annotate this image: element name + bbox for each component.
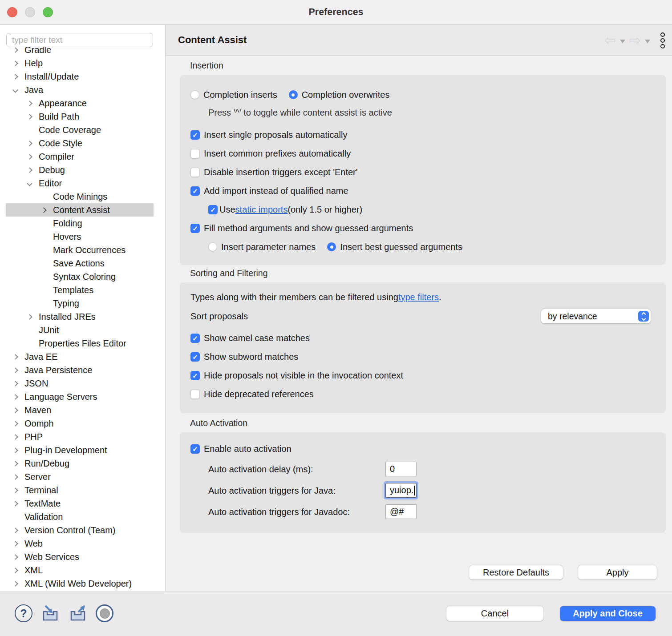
radio-insert-best-guessed-arguments[interactable]	[327, 242, 336, 251]
chevron-right-icon[interactable]	[11, 502, 20, 506]
radio-completion-inserts[interactable]	[190, 90, 199, 99]
tree-item-debug[interactable]: Debug	[6, 163, 154, 177]
tree-item-json[interactable]: JSON	[6, 377, 154, 390]
chevron-right-icon[interactable]	[11, 488, 20, 492]
checkbox-insert-single-proposals-automatically[interactable]	[190, 130, 200, 140]
chevron-right-icon[interactable]	[25, 168, 34, 172]
tree-item-save-actions[interactable]: Save Actions	[6, 257, 154, 270]
checkbox-add-import-instead-of-qualified-name[interactable]	[190, 186, 200, 196]
back-history-menu-icon[interactable]	[620, 40, 625, 43]
tree-item-content-assist[interactable]: Content Assist	[6, 203, 154, 217]
chevron-right-icon[interactable]	[11, 355, 20, 359]
checkbox-hide-proposals-not-visible-in-the-invocation-context[interactable]	[190, 371, 200, 380]
checkbox-disable-insertion-triggers-except-enter[interactable]	[190, 168, 200, 177]
tree-item-code-coverage[interactable]: Code Coverage	[6, 123, 154, 137]
tree-item-validation[interactable]: Validation	[6, 510, 154, 523]
tree-item-folding[interactable]: Folding	[6, 217, 154, 230]
tree-item-typing[interactable]: Typing	[6, 297, 154, 310]
apply-and-close-button[interactable]: Apply and Close	[560, 606, 656, 621]
chevron-right-icon[interactable]	[11, 48, 20, 52]
apply-button[interactable]: Apply	[578, 565, 657, 580]
chevron-right-icon[interactable]	[11, 422, 20, 426]
tree-item-build-path[interactable]: Build Path	[6, 110, 154, 123]
checkbox-show-subword-matches[interactable]	[190, 352, 200, 362]
tree-item-server[interactable]: Server	[6, 470, 154, 483]
tree-item-web[interactable]: Web	[6, 537, 154, 550]
help-icon[interactable]: ?	[15, 604, 32, 622]
chevron-right-icon[interactable]	[11, 475, 20, 479]
chevron-down-icon[interactable]	[11, 88, 20, 92]
close-button[interactable]	[7, 7, 17, 17]
radio-option-insert-parameter-names[interactable]: Insert parameter names	[208, 242, 316, 252]
tree-item-appearance[interactable]: Appearance	[6, 97, 154, 110]
tree-item-xml-wild-web-developer[interactable]: XML (Wild Web Developer)	[6, 577, 154, 590]
input-auto-activation-delay-ms[interactable]: 0	[385, 462, 417, 476]
tree-item-version-control-team[interactable]: Version Control (Team)	[6, 523, 154, 537]
zoom-button[interactable]	[43, 7, 53, 17]
input-auto-activation-triggers-for-java[interactable]: yuiop.	[385, 483, 417, 498]
tree-item-plug-in-development[interactable]: Plug-in Development	[6, 443, 154, 457]
tree-item-compiler[interactable]: Compiler	[6, 150, 154, 163]
chevron-right-icon[interactable]	[11, 75, 20, 79]
tree-item-maven[interactable]: Maven	[6, 403, 154, 417]
chevron-right-icon[interactable]	[11, 542, 20, 546]
checkbox-hide-deprecated-references[interactable]	[190, 390, 200, 399]
chevron-right-icon[interactable]	[11, 568, 20, 572]
restore-defaults-button[interactable]: Restore Defaults	[469, 565, 563, 580]
import-preferences-icon[interactable]	[40, 604, 60, 623]
forward-history-menu-icon[interactable]	[645, 40, 650, 43]
chevron-right-icon[interactable]	[11, 448, 20, 452]
tree-item-php[interactable]: PHP	[6, 430, 154, 443]
checkbox-fill-method-arguments-and-show-guessed-arguments[interactable]	[190, 224, 200, 233]
tree-item-code-minings[interactable]: Code Minings	[6, 190, 154, 203]
chevron-right-icon[interactable]	[11, 395, 20, 399]
chevron-right-icon[interactable]	[11, 462, 20, 466]
filter-input[interactable]	[6, 33, 153, 47]
view-menu-icon[interactable]	[660, 32, 665, 48]
chevron-right-icon[interactable]	[25, 141, 34, 145]
chevron-right-icon[interactable]	[25, 101, 34, 105]
enable-auto-activation-checkbox[interactable]	[190, 444, 200, 454]
preference-recorder-icon[interactable]	[96, 604, 113, 622]
tree-item-java-persistence[interactable]: Java Persistence	[6, 363, 154, 377]
radio-option-completion-inserts[interactable]: Completion inserts	[190, 90, 277, 100]
back-arrow-icon[interactable]: ⇦	[604, 33, 616, 47]
tree-item-help[interactable]: Help	[6, 56, 154, 70]
chevron-right-icon[interactable]	[39, 208, 48, 212]
tree-item-install-update[interactable]: Install/Update	[6, 70, 154, 83]
tree-item-web-services[interactable]: Web Services	[6, 550, 154, 564]
tree-item-language-servers[interactable]: Language Servers	[6, 390, 154, 403]
chevron-down-icon[interactable]	[25, 181, 34, 185]
tree-item-run-debug[interactable]: Run/Debug	[6, 457, 154, 470]
chevron-right-icon[interactable]	[11, 61, 20, 65]
input-auto-activation-triggers-for-javadoc[interactable]: @#	[385, 504, 417, 519]
tree-item-textmate[interactable]: TextMate	[6, 497, 154, 510]
radio-completion-overwrites[interactable]	[289, 90, 298, 99]
tree-item-hovers[interactable]: Hovers	[6, 230, 154, 243]
tree-item-terminal[interactable]: Terminal	[6, 483, 154, 497]
minimize-button[interactable]	[25, 7, 35, 17]
tree-item-java[interactable]: Java	[6, 83, 154, 97]
chevron-right-icon[interactable]	[25, 315, 34, 319]
radio-option-insert-best-guessed-arguments[interactable]: Insert best guessed arguments	[327, 242, 462, 252]
chevron-right-icon[interactable]	[25, 115, 34, 119]
tree-item-java-ee[interactable]: Java EE	[6, 350, 154, 363]
chevron-right-icon[interactable]	[11, 408, 20, 412]
tree-item-junit[interactable]: JUnit	[6, 323, 154, 337]
chevron-right-icon[interactable]	[11, 555, 20, 559]
radio-insert-parameter-names[interactable]	[208, 242, 217, 251]
tree-item-mark-occurrences[interactable]: Mark Occurrences	[6, 243, 154, 257]
tree-item-editor[interactable]: Editor	[6, 177, 154, 190]
chevron-right-icon[interactable]	[25, 155, 34, 159]
tree-item-oomph[interactable]: Oomph	[6, 417, 154, 430]
checkbox-insert-common-prefixes-automatically[interactable]	[190, 149, 200, 158]
export-preferences-icon[interactable]	[68, 604, 88, 623]
tree-item-syntax-coloring[interactable]: Syntax Coloring	[6, 270, 154, 283]
cancel-button[interactable]: Cancel	[446, 606, 543, 621]
chevron-right-icon[interactable]	[11, 382, 20, 386]
checkbox-static-imports[interactable]	[208, 205, 218, 214]
tree-item-xml[interactable]: XML	[6, 564, 154, 577]
chevron-right-icon[interactable]	[11, 368, 20, 372]
forward-arrow-icon[interactable]: ⇨	[629, 33, 641, 47]
sort-proposals-dropdown[interactable]: by relevance	[541, 309, 651, 323]
